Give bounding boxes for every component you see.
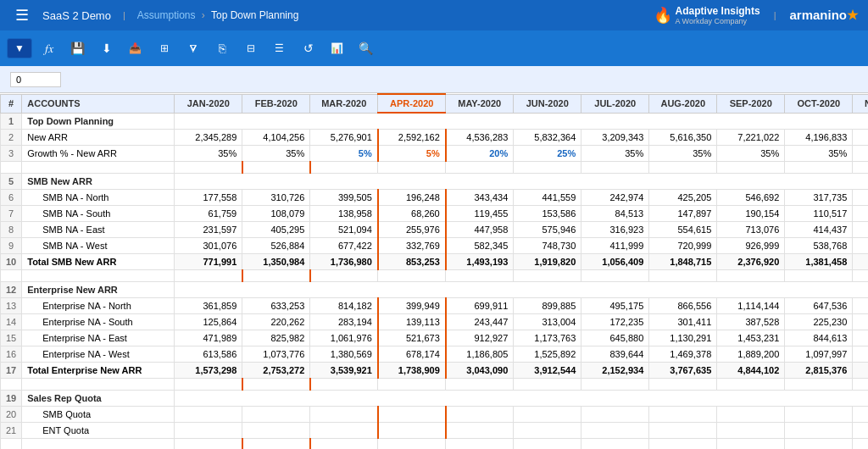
cell-value: 5,276,901 xyxy=(310,129,378,145)
cell-value: 1,381,458 xyxy=(785,253,853,269)
cell-value: 125,864 xyxy=(175,313,242,330)
breadcrumb-assumptions[interactable]: Assumptions xyxy=(137,9,196,21)
menu-icon[interactable]: ☰ xyxy=(10,3,34,27)
account-label: Top Down Planning xyxy=(22,113,175,129)
cell-value: 2,152,934 xyxy=(581,362,649,378)
cell-value: 190,154 xyxy=(717,205,785,221)
account-label: SMB NA - East xyxy=(22,221,175,237)
cell-value: 1,646,995 xyxy=(853,346,868,362)
cell-value: 35% xyxy=(785,145,853,161)
account-label: ENT Quota xyxy=(22,422,175,438)
table-row: 16Enterprise NA - West613,5861,073,7761,… xyxy=(1,346,869,362)
cell-value: 138,958 xyxy=(310,205,378,221)
cell-value: 3,912,544 xyxy=(514,362,581,378)
cell-value: 405,295 xyxy=(242,221,310,237)
table-row: 2New ARR2,345,2894,104,2565,276,9012,592… xyxy=(1,129,869,145)
cell-value: 1,173,763 xyxy=(514,330,581,346)
version-dropdown[interactable]: ▼ xyxy=(7,38,32,58)
cell-value: 35% xyxy=(649,145,717,161)
cell-value xyxy=(581,422,649,438)
refresh-icon[interactable]: ↺ xyxy=(297,36,320,60)
cell-value: 1,097,997 xyxy=(785,346,853,362)
table-row: 17Total Enterprise New ARR1,573,2982,753… xyxy=(1,362,869,378)
cell-value: 343,434 xyxy=(446,189,514,205)
table-row xyxy=(1,378,869,390)
app-title: SaaS 2 Demo xyxy=(42,9,111,22)
cell-value: 1,073,776 xyxy=(242,346,310,362)
grid-icon[interactable]: ⊟ xyxy=(239,36,263,60)
import-icon[interactable]: 📥 xyxy=(124,36,147,60)
col-header-accounts: ACCOUNTS xyxy=(22,94,175,113)
cell-value xyxy=(446,422,514,438)
cell-value: 231,597 xyxy=(175,221,242,237)
cell-value xyxy=(649,422,717,438)
search-icon[interactable]: 🔍 xyxy=(354,36,378,60)
formula-icon[interactable]: 𝑓𝑥 xyxy=(37,36,61,60)
table-row xyxy=(1,269,869,281)
cell-value: 317,735 xyxy=(785,189,853,205)
cell-value: 2,345,289 xyxy=(175,129,242,145)
copy-icon[interactable]: ⎘ xyxy=(210,36,234,60)
breadcrumb-current: Top Down Planning xyxy=(211,9,298,21)
row-number: 1 xyxy=(1,113,22,129)
adaptive-subtitle: A Workday Company xyxy=(676,17,760,25)
cell-value: 35% xyxy=(853,145,868,161)
cell-value: 301,076 xyxy=(175,237,242,253)
table-icon[interactable]: ⊞ xyxy=(153,36,176,60)
save-icon[interactable]: 💾 xyxy=(66,36,90,60)
cell-value: 2,753,272 xyxy=(242,362,310,378)
cell-value xyxy=(785,422,853,438)
cell-value: 5% xyxy=(378,145,446,161)
cell-value: 35% xyxy=(717,145,785,161)
table-row: 21ENT Quota xyxy=(1,422,869,438)
cell-value xyxy=(581,406,649,422)
cell-value: 825,982 xyxy=(242,330,310,346)
cell-value xyxy=(446,406,514,422)
row-number: 19 xyxy=(1,390,22,406)
account-label: Growth % - New ARR xyxy=(22,145,175,161)
cell-value: 971,305 xyxy=(853,297,868,313)
table-row: 9SMB NA - West301,076526,884677,422332,7… xyxy=(1,237,869,253)
cell-value: 310,726 xyxy=(242,189,310,205)
row-icon[interactable]: ☰ xyxy=(268,36,292,60)
cell-value: 1,525,892 xyxy=(514,346,581,362)
cell-value: 3,209,343 xyxy=(581,129,649,145)
cell-value: 471,989 xyxy=(175,330,242,346)
cell-value: 546,692 xyxy=(717,189,785,205)
cell-value: 316,923 xyxy=(581,221,649,237)
cell-value: 554,615 xyxy=(649,221,717,237)
cell-value: 399,505 xyxy=(310,189,378,205)
cell-value: 84,513 xyxy=(581,205,649,221)
cell-value: 153,586 xyxy=(514,205,581,221)
cell-value xyxy=(785,406,853,422)
breadcrumb: Assumptions › Top Down Planning xyxy=(137,9,299,21)
account-label: Sales Rep Quota xyxy=(22,390,175,406)
table-row: 20SMB Quota xyxy=(1,406,869,422)
cell-value: 4,223,063 xyxy=(853,362,868,378)
row-number: 5 xyxy=(1,173,22,189)
cell-value: 3,767,635 xyxy=(649,362,717,378)
cell-value: 2,376,920 xyxy=(717,253,785,269)
cell-value: 1,056,409 xyxy=(581,253,649,269)
col-header-apr: APR-2020 xyxy=(378,94,446,113)
col-header-oct: OCT-2020 xyxy=(785,94,853,113)
download-icon[interactable]: ⬇ xyxy=(95,36,119,60)
cell-value: 677,422 xyxy=(310,237,378,253)
toolbar: ▼ 𝑓𝑥 💾 ⬇ 📥 ⊞ ⛛ ⎘ ⊟ ☰ ↺ 📊 🔍 xyxy=(0,30,868,66)
account-label: SMB NA - West xyxy=(22,237,175,253)
cell-value: 495,175 xyxy=(581,297,649,313)
chart-icon[interactable]: 📊 xyxy=(326,36,349,60)
cell-value: 243,447 xyxy=(446,313,514,330)
filter-input[interactable] xyxy=(10,72,61,87)
col-header-may: MAY-2020 xyxy=(446,94,514,113)
filter-icon[interactable]: ⛛ xyxy=(181,36,205,60)
col-header-jul: JUL-2020 xyxy=(581,94,649,113)
table-row: 6SMB NA - North177,558310,726399,505196,… xyxy=(1,189,869,205)
cell-value: 4,536,283 xyxy=(446,129,514,145)
cell-value: 283,194 xyxy=(310,313,378,330)
cell-value: 678,174 xyxy=(378,346,446,362)
row-number: 10 xyxy=(1,253,22,269)
cell-value: 2,815,376 xyxy=(785,362,853,378)
cell-value: 399,949 xyxy=(378,297,446,313)
col-header-nov: NOV-2020 xyxy=(853,94,868,113)
